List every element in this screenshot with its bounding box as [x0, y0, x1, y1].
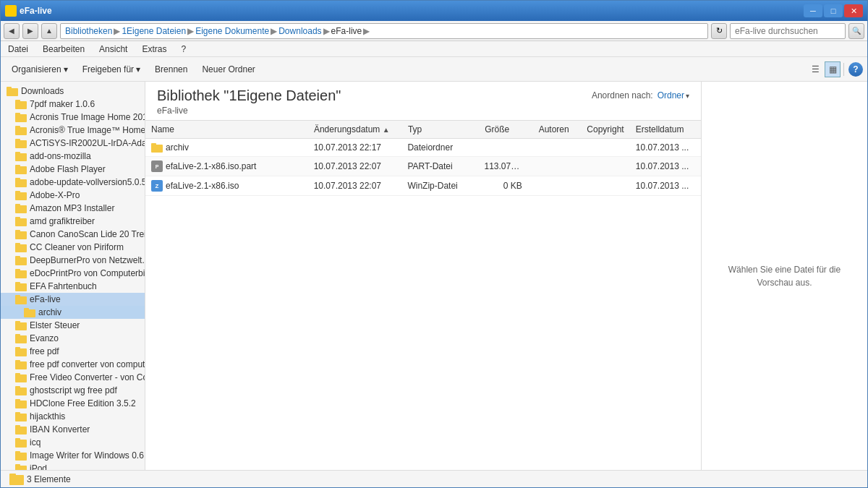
- file-copyright-archiv: [582, 145, 630, 150]
- help-button[interactable]: ?: [848, 62, 863, 77]
- folder-icon: [15, 399, 27, 408]
- sidebar-item-archiv[interactable]: archiv: [1, 306, 145, 319]
- sidebar-item-canon[interactable]: Canon CanoScan Lide 20 Treiber fuer Wind…: [1, 228, 145, 241]
- folder-icon: [7, 87, 18, 96]
- col-type[interactable]: Typ: [402, 123, 479, 136]
- sidebar-item-elster[interactable]: Elster Steuer: [1, 319, 145, 332]
- breadcrumb-bib[interactable]: Bibliotheken: [65, 26, 112, 36]
- folder-icon: [15, 451, 27, 461]
- new-folder-button[interactable]: Neuer Ordner: [195, 60, 261, 79]
- organize-button[interactable]: Organisieren ▾: [5, 60, 75, 79]
- sidebar-item-downloads[interactable]: Downloads: [1, 85, 145, 98]
- table-row[interactable]: Z efaLive-2.1-x86.iso 10.07.2013 22:07 W…: [145, 176, 701, 196]
- sidebar-item-hdclone[interactable]: HDClone Free Edition 3.5.2: [1, 397, 145, 410]
- search-input[interactable]: [730, 23, 846, 39]
- sidebar-item-efa[interactable]: EFA Fahrtenbuch: [1, 280, 145, 293]
- sidebar-item-acronis1[interactable]: Acronis True Image Home 2011 - Upgrade, …: [1, 111, 145, 124]
- table-row[interactable]: archiv 10.07.2013 22:17 Dateiordner 10.0…: [145, 139, 701, 157]
- file-authors-archiv: [534, 145, 582, 150]
- sidebar-item-adobe-update[interactable]: adobe-update-vollversion5.0.5: [1, 176, 145, 189]
- sidebar-item-iban[interactable]: IBAN Konverter: [1, 423, 145, 436]
- folder-icon: [151, 143, 163, 153]
- sidebar-item-efalive[interactable]: eFa-live: [1, 293, 145, 306]
- file-name-archiv: archiv: [145, 140, 308, 155]
- file-table: Name Änderungsdatum ▲ Typ Größe Autoren …: [145, 121, 701, 470]
- menu-extras[interactable]: Extras: [139, 43, 169, 56]
- refresh-button[interactable]: ↻: [711, 23, 727, 39]
- sidebar-item-adobe-flash[interactable]: Adobe Flash Player: [1, 163, 145, 176]
- folder-icon: [15, 373, 27, 382]
- title-bar-title: eFa-live: [20, 6, 52, 16]
- file-size-part: 113.071 KB: [479, 159, 534, 174]
- table-header: Name Änderungsdatum ▲ Typ Größe Autoren …: [145, 121, 701, 139]
- folder-icon: [15, 126, 27, 135]
- folder-icon: [15, 191, 27, 200]
- breadcrumb-dl[interactable]: Downloads: [278, 26, 321, 36]
- col-authors[interactable]: Autoren: [533, 123, 582, 136]
- table-row[interactable]: P efaLive-2.1-x86.iso.part 10.07.2013 22…: [145, 157, 701, 176]
- sidebar-item-acronis2[interactable]: Acronis® True Image™ Home 2011: [1, 124, 145, 137]
- back-button[interactable]: ◀: [4, 23, 20, 39]
- share-button[interactable]: Freigeben für ▾: [76, 60, 147, 79]
- sidebar-item-hijack[interactable]: hijackthis: [1, 410, 145, 423]
- col-name[interactable]: Name: [145, 123, 308, 136]
- title-bar: eFa-live ─ □ ✕: [1, 1, 867, 21]
- file-name-part: P efaLive-2.1-x86.iso.part: [145, 158, 308, 174]
- sidebar-item-freepdfconv[interactable]: free pdf converter von computerbild: [1, 358, 145, 371]
- view-details-button[interactable]: ▦: [825, 61, 841, 77]
- sidebar-item-ccleaner[interactable]: CC Cleaner von Piriform: [1, 241, 145, 254]
- file-size-iso: 0 KB: [479, 179, 534, 193]
- folder-icon: [15, 269, 27, 278]
- sidebar-item-adobe-x[interactable]: Adobe-X-Pro: [1, 189, 145, 202]
- sidebar-item-icq[interactable]: icq: [1, 436, 145, 449]
- sidebar-item-freepdf[interactable]: free pdf: [1, 345, 145, 358]
- minimize-button[interactable]: ─: [804, 4, 822, 17]
- sort-control: Anordnen nach: Ordner ▾: [592, 90, 689, 100]
- search-button[interactable]: 🔍: [848, 23, 864, 39]
- file-created-part: 10.07.2013 ...: [630, 159, 701, 174]
- maximize-button[interactable]: □: [824, 4, 843, 17]
- sidebar-item-amazon[interactable]: Amazon MP3 Installer: [1, 202, 145, 215]
- file-date-part: 10.07.2013 22:07: [308, 159, 402, 174]
- breadcrumb[interactable]: Bibliotheken ▶ 1Eigene Dateien ▶ Eigene …: [60, 23, 708, 39]
- sidebar-item-edocprint[interactable]: eDocPrintPro von Computerbild: [1, 267, 145, 280]
- sidebar-item-actisys[interactable]: ACTiSYS-IR2002UL-IrDA-Adapter: [1, 137, 145, 150]
- main-area: Downloads 7pdf maker 1.0.6 Acronis True …: [1, 82, 867, 470]
- folder-icon: [15, 321, 27, 330]
- sidebar-item-evanzo[interactable]: Evanzo: [1, 332, 145, 345]
- col-copyright[interactable]: Copyright: [581, 123, 629, 136]
- sidebar-item-7pdf[interactable]: 7pdf maker 1.0.6: [1, 98, 145, 111]
- sidebar-item-amd[interactable]: amd grafiktreiber: [1, 215, 145, 228]
- menu-datei[interactable]: Datei: [5, 43, 31, 56]
- col-date[interactable]: Änderungsdatum ▲: [308, 123, 402, 136]
- sidebar-item-deepburner[interactable]: DeepBurnerPro von Netzwelt.de Software B…: [1, 254, 145, 267]
- col-created[interactable]: Erstelldatum: [630, 123, 701, 136]
- folder-icon: [15, 204, 27, 213]
- sidebar-item-ghostscript[interactable]: ghostscript wg free pdf: [1, 384, 145, 397]
- close-button[interactable]: ✕: [844, 4, 863, 17]
- forward-button[interactable]: ▶: [22, 23, 38, 39]
- sidebar-item-ipod[interactable]: iPod: [1, 462, 145, 470]
- file-type-archiv: Dateiordner: [401, 140, 478, 155]
- sort-value[interactable]: Ordner ▾: [658, 90, 689, 100]
- folder-icon: [15, 243, 27, 252]
- burn-button[interactable]: Brennen: [148, 60, 194, 79]
- folder-icon: [15, 334, 27, 343]
- breadcrumb-ed[interactable]: Eigene Dokumente: [195, 26, 269, 36]
- folder-icon: [15, 412, 27, 421]
- col-size[interactable]: Größe: [479, 123, 533, 136]
- sidebar-item-addons[interactable]: add-ons-mozilla: [1, 150, 145, 163]
- menu-help[interactable]: ?: [178, 43, 189, 56]
- view-list-button[interactable]: ☰: [807, 61, 823, 77]
- status-text: 3 Elemente: [27, 474, 71, 484]
- sidebar-item-imagewriter[interactable]: Image Writer for Windows 0.6 von chip.de: [1, 449, 145, 462]
- up-button[interactable]: ▲: [41, 23, 57, 39]
- file-authors-part: [534, 164, 582, 168]
- file-copyright-part: [582, 164, 630, 168]
- folder-icon: [15, 178, 27, 187]
- breadcrumb-1ed[interactable]: 1Eigene Dateien: [122, 26, 186, 36]
- menu-ansicht[interactable]: Ansicht: [96, 43, 130, 56]
- preview-text: Wählen Sie eine Datei für die Vorschau a…: [713, 263, 856, 289]
- menu-bearbeiten[interactable]: Bearbeiten: [40, 43, 88, 56]
- sidebar-item-freevideo[interactable]: Free Video Converter - von Computerbild: [1, 371, 145, 384]
